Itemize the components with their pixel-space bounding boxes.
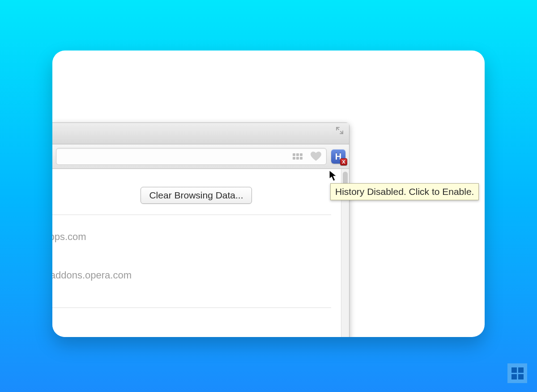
page-content: Clear Browsing Data... singleclickapps.c… — [52, 169, 349, 337]
history-item[interactable]: – addons.opera.com — [52, 247, 331, 266]
address-bar[interactable] — [56, 148, 327, 165]
bookmark-heart-icon[interactable] — [310, 151, 322, 162]
windows-logo-icon — [507, 363, 527, 383]
history-domain: singleclickapps.com — [52, 231, 86, 242]
history-domain: addons.opera.com — [52, 270, 132, 281]
disabled-badge-icon: X — [340, 158, 347, 165]
history-list: singleclickapps.com – addons.opera.com p… — [52, 215, 349, 294]
divider — [52, 308, 331, 308]
expand-window-icon[interactable] — [336, 126, 344, 135]
extension-tooltip: History Disabled. Click to Enable. — [330, 183, 479, 200]
window-titlebar — [52, 123, 349, 144]
browser-window: H X Clear Browsing Data... singleclickap… — [52, 122, 349, 337]
toolbar: H X — [52, 144, 349, 169]
history-item[interactable]: perOpera extensions – addons.opera.com — [52, 266, 331, 285]
card-container: H X Clear Browsing Data... singleclickap… — [52, 51, 485, 337]
clear-browsing-data-button[interactable]: Clear Browsing Data... — [141, 187, 251, 204]
history-item[interactable]: singleclickapps.com — [52, 228, 331, 247]
history-extension-icon[interactable]: H X — [331, 149, 345, 164]
speed-dial-icon[interactable] — [292, 153, 305, 160]
